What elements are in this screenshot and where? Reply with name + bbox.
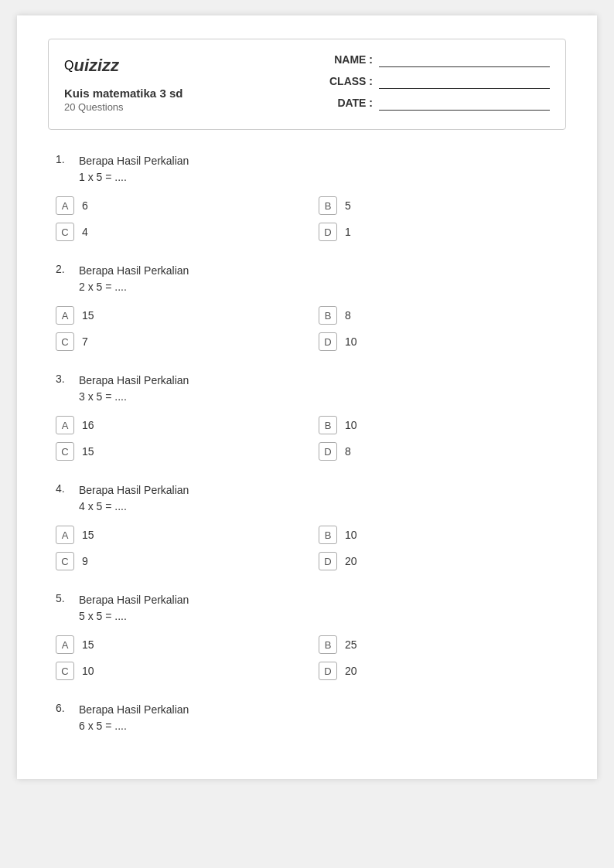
question-4-option-c[interactable]: C9 <box>56 552 303 570</box>
question-5-options: A15B25C10D20 <box>48 635 566 680</box>
option-label-a: A <box>56 416 74 434</box>
question-5-header: 5.Berapa Hasil Perkalian5 x 5 = .... <box>48 592 566 625</box>
question-4-number: 4. <box>56 482 79 495</box>
option-label-b: B <box>319 526 337 544</box>
option-value-d: 10 <box>345 335 357 348</box>
quiz-questions: 20 Questions <box>64 101 295 113</box>
option-value-c: 9 <box>82 555 88 567</box>
question-3-option-a[interactable]: A16 <box>56 416 303 434</box>
class-field-row: CLASS : <box>319 73 550 89</box>
question-2-options: A15B8C7D10 <box>48 306 566 351</box>
name-line <box>379 52 550 67</box>
question-1-option-a[interactable]: A6 <box>56 196 303 215</box>
question-6-text: Berapa Hasil Perkalian6 x 5 = .... <box>79 702 189 734</box>
question-6-header: 6.Berapa Hasil Perkalian6 x 5 = .... <box>48 702 566 734</box>
question-3-options: A16B10C15D8 <box>48 416 566 461</box>
option-label-c: C <box>56 442 74 461</box>
option-label-d: D <box>319 223 337 241</box>
option-label-d: D <box>319 442 337 461</box>
question-4: 4.Berapa Hasil Perkalian4 x 5 = ....A15B… <box>48 482 566 570</box>
option-value-b: 5 <box>345 199 351 212</box>
question-2-header: 2.Berapa Hasil Perkalian2 x 5 = .... <box>48 263 566 295</box>
question-4-option-a[interactable]: A15 <box>56 526 303 544</box>
option-value-d: 1 <box>345 226 351 238</box>
option-label-b: B <box>319 416 337 434</box>
question-5-text: Berapa Hasil Perkalian5 x 5 = .... <box>79 592 189 625</box>
question-1-number: 1. <box>56 153 79 165</box>
option-value-c: 10 <box>82 665 94 677</box>
option-value-a: 6 <box>82 199 88 212</box>
question-4-text: Berapa Hasil Perkalian4 x 5 = .... <box>79 482 189 515</box>
option-label-a: A <box>56 196 74 215</box>
option-value-d: 20 <box>345 665 357 677</box>
question-5: 5.Berapa Hasil Perkalian5 x 5 = ....A15B… <box>48 592 566 680</box>
option-label-c: C <box>56 662 74 680</box>
option-label-d: D <box>319 332 337 351</box>
question-1-option-d[interactable]: D1 <box>319 223 566 241</box>
option-label-a: A <box>56 635 74 654</box>
question-1: 1.Berapa Hasil Perkalian1 x 5 = ....A6B5… <box>48 153 566 241</box>
logo-q-icon: Q <box>64 59 73 73</box>
question-4-header: 4.Berapa Hasil Perkalian4 x 5 = .... <box>48 482 566 515</box>
question-5-option-d[interactable]: D20 <box>319 662 566 680</box>
date-field-row: DATE : <box>319 95 550 111</box>
option-value-b: 8 <box>345 309 351 322</box>
option-label-c: C <box>56 332 74 351</box>
name-field-row: NAME : <box>319 52 550 67</box>
option-value-a: 15 <box>82 309 94 322</box>
header-right: NAME : CLASS : DATE : <box>295 52 550 117</box>
option-value-a: 16 <box>82 419 94 431</box>
option-value-c: 15 <box>82 445 94 458</box>
question-2-number: 2. <box>56 263 79 275</box>
question-3-header: 3.Berapa Hasil Perkalian3 x 5 = .... <box>48 373 566 405</box>
option-label-b: B <box>319 635 337 654</box>
option-value-a: 15 <box>82 638 94 651</box>
option-value-a: 15 <box>82 529 94 541</box>
date-label: DATE : <box>319 97 373 109</box>
question-1-option-b[interactable]: B5 <box>319 196 566 215</box>
question-3-text: Berapa Hasil Perkalian3 x 5 = .... <box>79 373 189 405</box>
header-left: Q uizizz Kuis matematika 3 sd 20 Questio… <box>64 52 295 117</box>
question-2-option-a[interactable]: A15 <box>56 306 303 325</box>
question-2-option-c[interactable]: C7 <box>56 332 303 351</box>
question-1-text: Berapa Hasil Perkalian1 x 5 = .... <box>79 153 189 186</box>
question-3-option-d[interactable]: D8 <box>319 442 566 461</box>
question-1-header: 1.Berapa Hasil Perkalian1 x 5 = .... <box>48 153 566 186</box>
question-1-options: A6B5C4D1 <box>48 196 566 241</box>
date-line <box>379 95 550 111</box>
option-value-b: 10 <box>345 419 357 431</box>
option-label-c: C <box>56 552 74 570</box>
question-6: 6.Berapa Hasil Perkalian6 x 5 = .... <box>48 702 566 734</box>
option-value-c: 4 <box>82 226 88 238</box>
question-3: 3.Berapa Hasil Perkalian3 x 5 = ....A16B… <box>48 373 566 461</box>
option-label-a: A <box>56 306 74 325</box>
option-value-d: 8 <box>345 445 351 458</box>
question-6-number: 6. <box>56 702 79 714</box>
option-value-b: 10 <box>345 529 357 541</box>
question-2-text: Berapa Hasil Perkalian2 x 5 = .... <box>79 263 189 295</box>
class-line <box>379 73 550 89</box>
question-5-option-b[interactable]: B25 <box>319 635 566 654</box>
option-label-d: D <box>319 662 337 680</box>
option-label-c: C <box>56 223 74 241</box>
option-label-a: A <box>56 526 74 544</box>
question-4-option-b[interactable]: B10 <box>319 526 566 544</box>
question-1-option-c[interactable]: C4 <box>56 223 303 241</box>
question-5-number: 5. <box>56 592 79 604</box>
question-5-option-a[interactable]: A15 <box>56 635 303 654</box>
logo-text: uizizz <box>73 56 119 76</box>
option-value-c: 7 <box>82 335 88 348</box>
option-label-b: B <box>319 196 337 215</box>
name-label: NAME : <box>319 53 373 66</box>
option-label-b: B <box>319 306 337 325</box>
question-2: 2.Berapa Hasil Perkalian2 x 5 = ....A15B… <box>48 263 566 351</box>
question-5-option-c[interactable]: C10 <box>56 662 303 680</box>
question-3-number: 3. <box>56 373 79 385</box>
question-2-option-d[interactable]: D10 <box>319 332 566 351</box>
question-3-option-c[interactable]: C15 <box>56 442 303 461</box>
question-4-options: A15B10C9D20 <box>48 526 566 570</box>
question-3-option-b[interactable]: B10 <box>319 416 566 434</box>
page: Q uizizz Kuis matematika 3 sd 20 Questio… <box>17 15 597 779</box>
question-4-option-d[interactable]: D20 <box>319 552 566 570</box>
question-2-option-b[interactable]: B8 <box>319 306 566 325</box>
